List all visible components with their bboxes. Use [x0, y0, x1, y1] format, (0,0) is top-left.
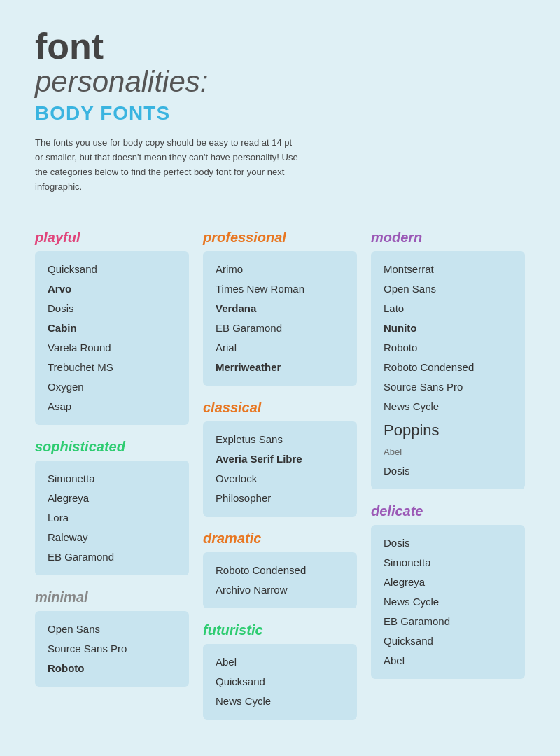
font-box-playful: Quicksand Arvo Dosis Cabin Varela Round … [35, 251, 189, 425]
font-item: Expletus Sans [216, 431, 344, 448]
category-label-sophisticated: sophisticated [35, 439, 189, 455]
category-label-futuristic: futuristic [203, 622, 357, 638]
font-box-classical: Expletus Sans Averia Serif Libre Overloc… [203, 421, 357, 517]
font-item: Dosis [384, 463, 512, 479]
font-item: Open Sans [48, 621, 176, 638]
font-item: Philosopher [216, 490, 344, 507]
font-item: Abel [384, 445, 512, 460]
font-item: Source Sans Pro [384, 379, 512, 396]
font-item: EB Garamond [384, 613, 512, 630]
font-item: Varela Round [48, 340, 176, 356]
category-label-dramatic: dramatic [203, 531, 357, 547]
category-label-minimal: minimal [35, 589, 189, 606]
category-label-delicate: delicate [371, 503, 525, 519]
font-box-modern: Montserrat Open Sans Lato Nunito Roboto … [371, 251, 525, 489]
font-box-professional: Arimo Times New Roman Verdana EB Garamon… [203, 251, 357, 386]
font-item: Abel [216, 654, 344, 671]
font-item: News Cycle [384, 398, 512, 415]
font-item: Dosis [384, 535, 512, 552]
font-box-minimal: Open Sans Source Sans Pro Roboto [35, 611, 189, 687]
font-item: Lora [48, 510, 176, 526]
font-box-dramatic: Roboto Condensed Archivo Narrow [203, 552, 357, 608]
category-label-classical: classical [203, 400, 357, 416]
font-item: Roboto Condensed [384, 359, 512, 376]
font-item: Nunito [384, 320, 512, 337]
description: The fonts you use for body copy should b… [35, 136, 301, 194]
font-item: Archivo Narrow [216, 582, 344, 598]
font-item: Quicksand [216, 673, 344, 690]
font-box-futuristic: Abel Quicksand News Cycle [203, 644, 357, 720]
font-item: Cabin [48, 320, 176, 337]
font-item: Montserrat [384, 261, 512, 278]
font-item: Arimo [216, 261, 344, 278]
font-item: Oxygen [48, 379, 176, 396]
title-italic: personalities: [35, 64, 525, 99]
column-left: playful Quicksand Arvo Dosis Cabin Varel… [35, 216, 189, 687]
font-item: Trebuchet MS [48, 359, 176, 376]
font-item: Arial [216, 340, 344, 356]
font-item: Quicksand [48, 261, 176, 278]
column-middle: professional Arimo Times New Roman Verda… [203, 216, 357, 720]
font-item: Alegreya [384, 574, 512, 591]
font-box-sophisticated: Simonetta Alegreya Lora Raleway EB Garam… [35, 461, 189, 575]
font-item: Abel [384, 652, 512, 669]
font-item: News Cycle [216, 693, 344, 710]
font-item: Quicksand [384, 633, 512, 650]
column-right: modern Montserrat Open Sans Lato Nunito … [371, 216, 525, 679]
font-item: Alegreya [48, 490, 176, 507]
font-item: News Cycle [384, 594, 512, 610]
font-box-delicate: Dosis Simonetta Alegreya News Cycle EB G… [371, 525, 525, 679]
font-item: Simonetta [48, 470, 176, 487]
category-label-modern: modern [371, 230, 525, 246]
title-bold: font [35, 28, 525, 64]
title-sub: BODY FONTS [35, 102, 525, 125]
font-item: Roboto [48, 660, 176, 677]
font-item: Verdana [216, 300, 344, 317]
font-item: Merriweather [216, 359, 344, 376]
header: font personalities: BODY FONTS The fonts… [35, 28, 525, 195]
font-item: Dosis [48, 300, 176, 317]
font-item: Roboto Condensed [216, 562, 344, 579]
font-item: Raleway [48, 529, 176, 546]
font-item: Simonetta [384, 554, 512, 571]
font-item: EB Garamond [216, 320, 344, 337]
font-item: Arvo [48, 281, 176, 298]
font-item: Asap [48, 398, 176, 415]
font-item: Overlock [216, 470, 344, 487]
font-item: Averia Serif Libre [216, 451, 344, 468]
main-columns: playful Quicksand Arvo Dosis Cabin Varel… [35, 216, 525, 720]
font-item: Poppins [384, 418, 512, 442]
font-item: Lato [384, 300, 512, 317]
font-item: Open Sans [384, 281, 512, 298]
category-label-playful: playful [35, 230, 189, 246]
font-item: EB Garamond [48, 549, 176, 566]
font-item: Source Sans Pro [48, 640, 176, 657]
font-item: Times New Roman [216, 281, 344, 298]
font-item: Roboto [384, 340, 512, 356]
category-label-professional: professional [203, 230, 357, 246]
